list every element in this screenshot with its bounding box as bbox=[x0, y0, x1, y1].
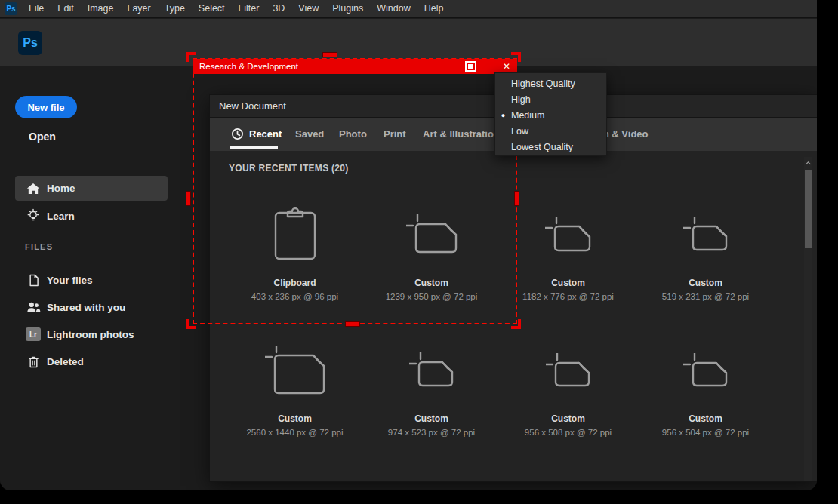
recent-items-header: YOUR RECENT ITEMS (20) bbox=[229, 163, 349, 174]
selection-handle-top[interactable] bbox=[323, 53, 337, 57]
item-dimensions: 974 x 523 px @ 72 ppi bbox=[363, 428, 500, 437]
menu-item-window[interactable]: Window bbox=[370, 0, 417, 17]
menu-item-view[interactable]: View bbox=[291, 0, 325, 17]
menu-item-file[interactable]: File bbox=[22, 0, 51, 17]
ps-app-icon: Ps bbox=[5, 2, 17, 15]
tab-photo[interactable]: Photo bbox=[339, 118, 367, 151]
lightroom-icon: Lr bbox=[25, 327, 42, 341]
recent-item-custom[interactable]: Custom 956 x 508 px @ 72 ppi bbox=[500, 332, 636, 445]
record-region-icon[interactable] bbox=[465, 61, 476, 72]
document-icon bbox=[25, 273, 42, 287]
recent-item-custom[interactable]: Custom 1239 x 950 px @ 72 ppi bbox=[363, 196, 500, 309]
item-name: Clipboard bbox=[226, 278, 363, 288]
selection-handle-bottom-right[interactable] bbox=[511, 319, 521, 329]
selection-handle-top-left[interactable] bbox=[186, 52, 196, 62]
selection-handle-left[interactable] bbox=[186, 192, 190, 205]
item-dimensions: 519 x 231 px @ 72 ppi bbox=[637, 292, 774, 301]
sidebar-item-shared-with-you[interactable]: Shared with you bbox=[15, 296, 168, 318]
close-icon[interactable]: ✕ bbox=[503, 61, 510, 72]
menu-item-filter[interactable]: Filter bbox=[232, 0, 266, 17]
ps-logo: Ps bbox=[18, 31, 42, 55]
custom-document-icon bbox=[500, 196, 636, 272]
recent-item-custom[interactable]: Custom 974 x 523 px @ 72 ppi bbox=[363, 332, 500, 445]
custom-document-icon bbox=[363, 196, 500, 272]
scrollbar-thumb[interactable] bbox=[805, 170, 812, 248]
open-button[interactable]: Open bbox=[29, 131, 56, 143]
sidebar-item-home[interactable]: Home bbox=[15, 176, 168, 201]
selection-handle-top-right[interactable] bbox=[511, 52, 521, 62]
clipboard-icon bbox=[226, 196, 363, 272]
sidebar-item-label: Deleted bbox=[47, 356, 84, 367]
menu-item-plugins[interactable]: Plugins bbox=[325, 0, 370, 17]
capture-window-titlebar[interactable]: Research & Development ✕ bbox=[193, 59, 517, 74]
capture-window-title: Research & Development bbox=[193, 62, 465, 71]
recent-item-custom[interactable]: Custom 2560 x 1440 px @ 72 ppi bbox=[226, 332, 363, 445]
recent-item-custom[interactable]: Custom 519 x 231 px @ 72 ppi bbox=[637, 196, 774, 309]
hamburger-menu-icon[interactable] bbox=[484, 62, 494, 71]
item-dimensions: 1239 x 950 px @ 72 ppi bbox=[363, 292, 500, 301]
clock-icon bbox=[231, 128, 244, 143]
recent-item-custom[interactable]: Custom 956 x 504 px @ 72 ppi bbox=[637, 332, 774, 445]
item-dimensions: 1182 x 776 px @ 72 ppi bbox=[500, 292, 636, 301]
item-name: Custom bbox=[500, 278, 636, 288]
recent-item-custom[interactable]: Custom 1182 x 776 px @ 72 ppi bbox=[500, 196, 636, 309]
people-icon bbox=[25, 300, 42, 315]
custom-document-icon bbox=[637, 332, 774, 407]
photoshop-window: Ps File Edit Image Layer Type Select Fil… bbox=[0, 0, 817, 490]
item-name: Custom bbox=[226, 413, 363, 424]
sidebar-item-label: Home bbox=[47, 183, 75, 194]
item-name: Custom bbox=[363, 278, 500, 288]
menu-item-layer[interactable]: Layer bbox=[120, 0, 157, 17]
sidebar-item-your-files[interactable]: Your files bbox=[15, 269, 168, 291]
sidebar-item-label: Lightroom photos bbox=[47, 329, 134, 340]
menu-item-highest-quality[interactable]: Highest Quality bbox=[495, 75, 606, 91]
menu-item-help[interactable]: Help bbox=[417, 0, 451, 17]
menu-item-3d[interactable]: 3D bbox=[266, 0, 291, 17]
menu-item-high[interactable]: High bbox=[495, 91, 606, 107]
menu-item-medium[interactable]: ● Medium bbox=[495, 107, 606, 123]
custom-document-icon bbox=[363, 332, 500, 407]
selection-handle-bottom[interactable] bbox=[346, 322, 359, 326]
lightbulb-icon bbox=[25, 208, 42, 223]
menu-bar: Ps File Edit Image Layer Type Select Fil… bbox=[0, 0, 817, 18]
item-dimensions: 2560 x 1440 px @ 72 ppi bbox=[226, 428, 363, 437]
files-section-header: FILES bbox=[25, 242, 53, 251]
menu-item-image[interactable]: Image bbox=[81, 0, 121, 17]
item-dimensions: 956 x 504 px @ 72 ppi bbox=[637, 428, 774, 437]
sidebar-item-lightroom-photos[interactable]: Lr Lightroom photos bbox=[15, 323, 168, 346]
menu-item-type[interactable]: Type bbox=[158, 0, 192, 17]
item-name: Custom bbox=[637, 413, 774, 424]
sidebar-item-label: Shared with you bbox=[47, 302, 125, 313]
sidebar-divider bbox=[16, 161, 167, 161]
scroll-up-arrow-icon[interactable] bbox=[804, 158, 812, 167]
home-icon bbox=[25, 181, 42, 196]
sidebar-item-label: Learn bbox=[47, 211, 75, 222]
new-file-button[interactable]: New file bbox=[15, 96, 77, 118]
menu-item-lowest-quality[interactable]: Lowest Quality bbox=[495, 139, 606, 155]
active-tab-underline bbox=[230, 146, 278, 149]
sidebar-item-learn[interactable]: Learn bbox=[15, 204, 168, 227]
menu-item-low[interactable]: Low bbox=[495, 123, 606, 139]
custom-document-icon bbox=[637, 196, 774, 272]
menu-item-select[interactable]: Select bbox=[192, 0, 232, 17]
recent-item-clipboard[interactable]: Clipboard 403 x 236 px @ 96 ppi bbox=[226, 196, 363, 309]
item-name: Custom bbox=[363, 413, 500, 424]
selected-bullet-icon: ● bbox=[495, 112, 511, 119]
custom-document-icon bbox=[226, 332, 363, 407]
selection-handle-right[interactable] bbox=[515, 192, 519, 205]
tab-print[interactable]: Print bbox=[384, 118, 406, 151]
sidebar-item-deleted[interactable]: Deleted bbox=[15, 350, 168, 373]
custom-document-icon bbox=[500, 332, 636, 407]
menu-item-edit[interactable]: Edit bbox=[51, 0, 81, 17]
tab-saved[interactable]: Saved bbox=[295, 118, 324, 151]
selection-handle-bottom-left[interactable] bbox=[186, 319, 196, 329]
item-dimensions: 956 x 508 px @ 72 ppi bbox=[500, 428, 636, 437]
dialog-scrollbar[interactable] bbox=[804, 157, 812, 481]
item-dimensions: 403 x 236 px @ 96 ppi bbox=[226, 292, 363, 301]
item-name: Custom bbox=[500, 413, 636, 424]
sidebar-item-label: Your files bbox=[47, 275, 93, 286]
trash-icon bbox=[25, 355, 42, 369]
item-name: Custom bbox=[637, 278, 774, 288]
quality-dropdown-menu: Highest Quality High ● Medium Low Lowest… bbox=[494, 72, 607, 156]
tab-art-illustration[interactable]: Art & Illustration bbox=[423, 118, 500, 151]
